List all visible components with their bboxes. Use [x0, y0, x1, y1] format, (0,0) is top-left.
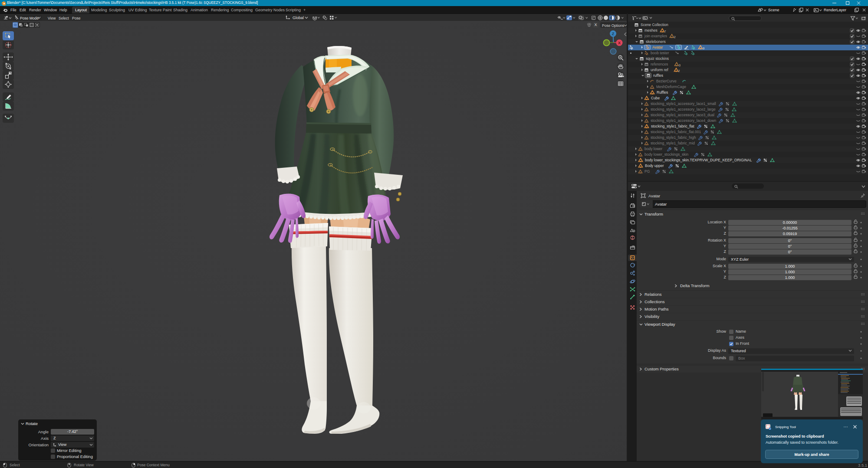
svg-text:Z: Z	[612, 32, 615, 36]
svg-text:X: X	[618, 41, 621, 45]
